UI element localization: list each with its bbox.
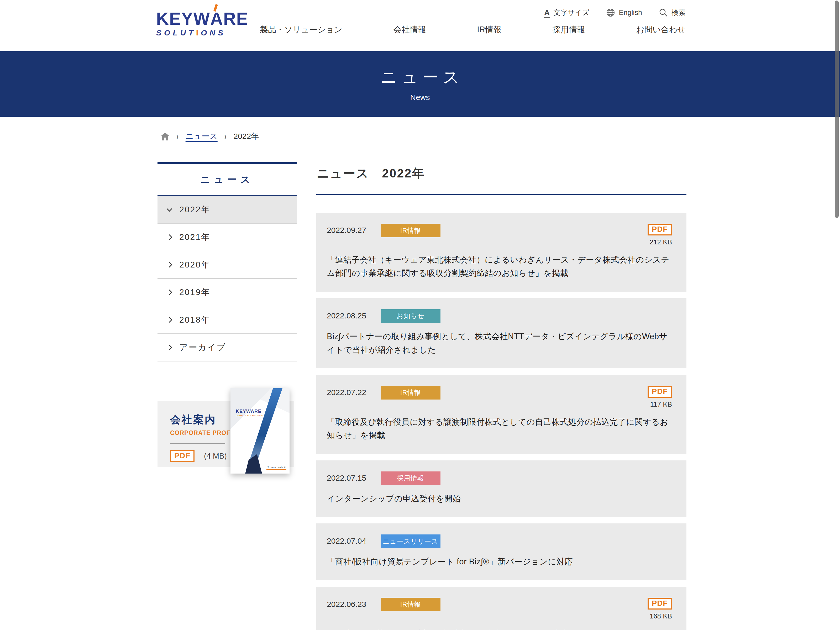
sidebar-year-item[interactable]: 2020年 bbox=[158, 251, 297, 279]
logo-subtitle: SOLUTIONS bbox=[156, 29, 248, 37]
breadcrumb-current: 2022年 bbox=[234, 131, 259, 142]
chevron-right-icon bbox=[167, 317, 172, 323]
scrollbar-thumb[interactable] bbox=[835, 0, 839, 218]
news-title[interactable]: 「商社/販社向け貿易テンプレート for Biz∫®」新バージョンに対応 bbox=[327, 555, 672, 568]
brochure-cover-image[interactable]: KEYWARECORPORATE PROFILE IT can create i… bbox=[231, 388, 289, 474]
page-hero: ニュース News bbox=[0, 51, 840, 117]
chevron-down-icon bbox=[167, 206, 172, 212]
utility-english[interactable]: English bbox=[606, 8, 642, 17]
hero-subtitle: News bbox=[410, 93, 430, 102]
utility-label: 検索 bbox=[671, 8, 686, 17]
news-date: 2022.08.25 bbox=[327, 309, 381, 320]
sidebar-year-item[interactable]: アーカイブ bbox=[158, 334, 297, 362]
nav-item-0[interactable]: 製品・ソリューション bbox=[260, 24, 342, 35]
news-date: 2022.07.22 bbox=[327, 386, 381, 397]
sidebar-year-list: 2022年 2021年 2020年 2019年 2018年 アーカイブ bbox=[158, 196, 297, 362]
site-header: KEYWARE SOLUTIONS A 文字サイズ English 検索 製品・… bbox=[0, 0, 840, 51]
news-category-badge: IR情報 bbox=[381, 224, 441, 237]
chevron-right-icon bbox=[167, 289, 172, 295]
pdf-icon[interactable]: PDF bbox=[647, 386, 672, 398]
logo-accent-letter: A bbox=[210, 10, 223, 27]
breadcrumb-news-link[interactable]: ニュース bbox=[186, 131, 218, 142]
chevron-right-icon bbox=[167, 234, 172, 240]
sidebar-year-label: 2019年 bbox=[179, 287, 210, 298]
page-title: ニュース 2022年 bbox=[316, 162, 687, 195]
sidebar-year-label: アーカイブ bbox=[179, 342, 226, 353]
cover-tagline: IT can create it. bbox=[267, 466, 286, 470]
pdf-file-size: 117 KB bbox=[650, 400, 672, 409]
hero-title: ニュース bbox=[376, 66, 464, 88]
news-category-badge: ニュースリリース bbox=[381, 534, 441, 548]
news-pdf-download[interactable]: PDF 117 KB bbox=[647, 386, 672, 409]
logo-wordmark: KEYWARE bbox=[156, 10, 248, 27]
nav-item-1[interactable]: 会社情報 bbox=[393, 24, 426, 35]
sidebar-year-item[interactable]: 2021年 bbox=[158, 224, 297, 251]
news-list: 2022.09.27 IR情報 PDF 212 KB 「連結子会社（キーウェア東… bbox=[316, 213, 687, 630]
news-item[interactable]: 2022.07.04 ニュースリリース 「商社/販社向け貿易テンプレート for… bbox=[316, 523, 687, 580]
home-icon[interactable] bbox=[161, 132, 170, 141]
news-title[interactable]: 「連結子会社（キーウェア東北株式会社）によるいわぎんリース・データ株式会社のシス… bbox=[327, 253, 672, 280]
news-category-badge: IR情報 bbox=[381, 386, 441, 399]
utility-label: 文字サイズ bbox=[554, 8, 590, 17]
cover-logo: KEYWARECORPORATE PROFILE bbox=[236, 409, 263, 417]
main-nav: 製品・ソリューション会社情報IR情報採用情報お問い合わせ bbox=[260, 24, 686, 35]
news-date: 2022.06.23 bbox=[327, 598, 381, 609]
sidebar-year-item[interactable]: 2019年 bbox=[158, 279, 297, 306]
utility-search[interactable]: 検索 bbox=[659, 8, 686, 17]
news-title[interactable]: Biz∫パートナーの取り組み事例として、株式会社NTTデータ・ビズインテグラル様… bbox=[327, 330, 672, 357]
sidebar-heading: ニュース bbox=[158, 162, 297, 196]
news-title[interactable]: インターンシップの申込受付を開始 bbox=[327, 492, 672, 505]
news-main: ニュース 2022年 2022.09.27 IR情報 PDF 212 KB 「連… bbox=[316, 162, 687, 630]
news-date: 2022.07.15 bbox=[327, 471, 381, 483]
nav-item-4[interactable]: お問い合わせ bbox=[636, 24, 686, 35]
pdf-icon[interactable]: PDF bbox=[647, 224, 672, 235]
content-area: ニュース 2022年 2021年 2020年 2019年 2018年 アーカイブ… bbox=[158, 162, 840, 630]
sidebar-year-label: 2022年 bbox=[179, 204, 210, 216]
utility-nav: A 文字サイズ English 検索 bbox=[544, 8, 686, 17]
chevron-right-icon bbox=[167, 262, 172, 267]
sidebar-year-item[interactable]: 2018年 bbox=[158, 306, 297, 334]
pdf-file-size: 168 KB bbox=[650, 612, 672, 620]
promo-divider bbox=[170, 444, 225, 444]
breadcrumb-separator: › bbox=[224, 131, 227, 141]
news-category-badge: お知らせ bbox=[381, 309, 441, 323]
nav-item-3[interactable]: 採用情報 bbox=[553, 24, 585, 35]
sidebar-year-label: 2021年 bbox=[179, 232, 210, 243]
search-icon bbox=[659, 8, 668, 17]
pdf-file-size: 212 KB bbox=[650, 238, 672, 246]
chevron-right-icon bbox=[167, 345, 172, 350]
pdf-icon[interactable]: PDF bbox=[170, 450, 194, 462]
news-item[interactable]: 2022.09.27 IR情報 PDF 212 KB 「連結子会社（キーウェア東… bbox=[316, 213, 687, 292]
news-item[interactable]: 2022.07.22 IR情報 PDF 117 KB 「取締役及び執行役員に対す… bbox=[316, 375, 687, 454]
news-item[interactable]: 2022.07.15 採用情報 インターンシップの申込受付を開始 bbox=[316, 460, 687, 517]
news-title[interactable]: 「取締役及び執行役員に対する譲渡制限付株式としての自己株式処分の払込完了に関する… bbox=[327, 415, 672, 442]
sidebar-year-label: 2018年 bbox=[179, 314, 210, 326]
utility-label: English bbox=[619, 9, 642, 17]
news-item[interactable]: 2022.08.25 お知らせ Biz∫パートナーの取り組み事例として、株式会社… bbox=[316, 298, 687, 368]
breadcrumb-separator: › bbox=[177, 131, 179, 141]
news-category-badge: IR情報 bbox=[381, 598, 441, 611]
nav-item-2[interactable]: IR情報 bbox=[477, 24, 501, 35]
sidebar-year-item[interactable]: 2022年 bbox=[158, 196, 297, 224]
news-sidebar: ニュース 2022年 2021年 2020年 2019年 2018年 アーカイブ… bbox=[158, 162, 297, 467]
promo-file-size: (4 MB) bbox=[204, 452, 227, 460]
news-item[interactable]: 2022.06.23 IR情報 PDF 168 KB 「取締役及び執行役員に対す… bbox=[316, 587, 687, 630]
utility-fontsize[interactable]: A 文字サイズ bbox=[544, 8, 590, 17]
sidebar-year-label: 2020年 bbox=[179, 259, 210, 271]
news-pdf-download[interactable]: PDF 212 KB bbox=[647, 224, 672, 246]
news-date: 2022.09.27 bbox=[327, 224, 381, 235]
pdf-icon[interactable]: PDF bbox=[647, 598, 672, 609]
news-pdf-download[interactable]: PDF 168 KB bbox=[647, 598, 672, 620]
fontsize-icon: A bbox=[544, 8, 550, 17]
breadcrumb: › ニュース › 2022年 bbox=[161, 131, 840, 142]
news-category-badge: 採用情報 bbox=[381, 471, 441, 485]
news-date: 2022.07.04 bbox=[327, 534, 381, 545]
news-title[interactable]: 「取締役及び執行役員に対する譲渡制限付株式としての自己株式処分に関するお知らせ」… bbox=[327, 627, 672, 630]
corporate-profile-promo[interactable]: 会社案内 CORPORATE PROFILE PDF (4 MB) KEYWAR… bbox=[158, 401, 294, 467]
globe-icon bbox=[606, 8, 615, 17]
sidebar-heading-label: ニュース bbox=[201, 174, 254, 185]
company-logo[interactable]: KEYWARE SOLUTIONS bbox=[156, 10, 248, 37]
